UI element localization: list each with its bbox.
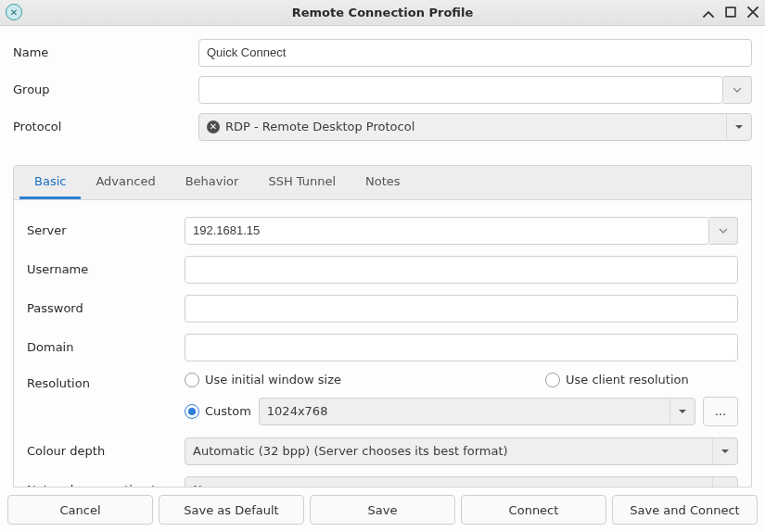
row-group: Group: [13, 76, 752, 104]
tabbar: Basic Advanced Behavior SSH Tunnel Notes: [14, 166, 751, 200]
row-resolution: Resolution Use initial window size Use c…: [27, 373, 738, 426]
username-input[interactable]: [185, 256, 738, 284]
tabbody-basic: Server Username Password: [14, 200, 751, 487]
row-protocol: Protocol ✕ RDP - Remote Desktop Protocol: [13, 113, 752, 141]
netconn-value: None: [193, 483, 224, 487]
resolution-custom-value: 1024x768: [267, 404, 328, 418]
row-name: Name: [13, 39, 752, 67]
resolution-custom-row: Custom 1024x768 ...: [185, 397, 738, 426]
save-connect-button[interactable]: Save and Connect: [612, 495, 758, 525]
resolution-more-button[interactable]: ...: [703, 397, 738, 426]
colourdepth-label: Colour depth: [27, 444, 185, 458]
tab-sshtunnel[interactable]: SSH Tunnel: [253, 166, 351, 199]
password-input[interactable]: [185, 295, 738, 323]
colourdepth-text: Automatic (32 bpp) (Server chooses its b…: [185, 438, 712, 464]
connect-button[interactable]: Connect: [461, 495, 606, 525]
radio-initial-window[interactable]: Use initial window size: [185, 373, 341, 387]
save-button[interactable]: Save: [310, 495, 455, 525]
window-buttons: [702, 6, 759, 19]
close-button[interactable]: [746, 6, 759, 19]
netconn-combo[interactable]: None: [185, 476, 738, 487]
username-label: Username: [27, 262, 185, 276]
group-dropdown-button[interactable]: [723, 76, 752, 104]
row-server: Server: [27, 217, 738, 245]
row-password: Password: [27, 295, 738, 323]
radio-client-resolution[interactable]: Use client resolution: [545, 373, 689, 387]
resolution-options: Use initial window size Use client resol…: [185, 373, 738, 426]
colourdepth-combo[interactable]: Automatic (32 bpp) (Server chooses its b…: [185, 437, 738, 465]
row-netconn: Network connection type None: [27, 476, 738, 487]
save-default-button[interactable]: Save as Default: [159, 495, 304, 525]
protocol-combo-text: ✕ RDP - Remote Desktop Protocol: [199, 114, 726, 140]
netconn-text: None: [185, 477, 712, 487]
netconn-label: Network connection type: [27, 483, 185, 487]
row-colourdepth: Colour depth Automatic (32 bpp) (Server …: [27, 437, 738, 465]
resolution-custom-combo[interactable]: 1024x768: [259, 398, 695, 425]
footer: Cancel Save as Default Save Connect Save…: [0, 488, 765, 532]
server-input[interactable]: [185, 217, 709, 245]
domain-input[interactable]: [185, 334, 738, 361]
protocol-label: Protocol: [13, 120, 198, 133]
protocol-icon: ✕: [207, 120, 220, 133]
tab-advanced[interactable]: Advanced: [81, 166, 170, 199]
row-domain: Domain: [27, 334, 738, 361]
window-title: Remote Connection Profile: [0, 6, 765, 19]
minimize-button[interactable]: [702, 6, 715, 19]
group-label: Group: [13, 82, 198, 96]
server-combo[interactable]: [185, 217, 738, 245]
chevron-down-icon: [726, 114, 751, 140]
tab-behavior[interactable]: Behavior: [171, 166, 254, 199]
content: Name Group Protocol ✕ RDP - Remote Deskt…: [0, 26, 765, 488]
maximize-button[interactable]: [724, 6, 737, 19]
server-label: Server: [27, 223, 185, 237]
svg-rect-0: [726, 8, 735, 18]
group-input[interactable]: [198, 76, 723, 104]
cancel-button[interactable]: Cancel: [7, 495, 153, 525]
radio-client-label: Use client resolution: [566, 373, 689, 386]
row-username: Username: [27, 256, 738, 284]
password-label: Password: [27, 301, 185, 315]
radio-custom-label: Custom: [205, 404, 251, 418]
tabs: Basic Advanced Behavior SSH Tunnel Notes…: [13, 165, 752, 488]
server-dropdown-button[interactable]: [709, 217, 738, 245]
colourdepth-value: Automatic (32 bpp) (Server chooses its b…: [193, 444, 508, 458]
protocol-combo[interactable]: ✕ RDP - Remote Desktop Protocol: [198, 113, 752, 141]
radio-initial-label: Use initial window size: [205, 373, 341, 386]
chevron-down-icon: [712, 438, 737, 464]
resolution-custom-text: 1024x768: [260, 399, 669, 424]
chevron-down-icon: [712, 477, 737, 487]
resolution-radio-row1: Use initial window size Use client resol…: [185, 373, 738, 387]
name-input[interactable]: [198, 39, 752, 67]
tab-notes[interactable]: Notes: [351, 166, 415, 199]
app-icon: ✕: [6, 4, 22, 20]
radio-dot: [185, 373, 199, 387]
group-combo[interactable]: [198, 76, 752, 104]
resolution-label: Resolution: [27, 373, 185, 390]
titlebar: ✕ Remote Connection Profile: [0, 0, 765, 26]
protocol-value: RDP - Remote Desktop Protocol: [225, 120, 414, 133]
chevron-down-icon: [669, 399, 695, 424]
domain-label: Domain: [27, 340, 185, 354]
tab-basic[interactable]: Basic: [19, 166, 81, 199]
name-label: Name: [13, 45, 198, 59]
radio-dot: [545, 373, 560, 387]
window: ✕ Remote Connection Profile Name Group: [0, 0, 765, 532]
radio-dot: [185, 404, 199, 419]
radio-custom[interactable]: Custom: [185, 404, 251, 419]
